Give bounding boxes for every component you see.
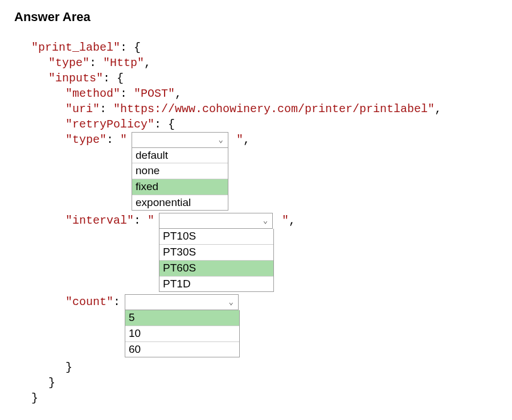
interval-option[interactable]: PT30S bbox=[159, 245, 273, 261]
count-option[interactable]: 60 bbox=[125, 342, 239, 357]
interval-dropdown-options: PT10S PT30S PT60S PT1D bbox=[159, 229, 274, 292]
interval-dropdown[interactable]: ⌄ bbox=[159, 213, 273, 229]
interval-option[interactable]: PT1D bbox=[159, 277, 273, 292]
type-option[interactable]: none bbox=[132, 163, 228, 179]
page-heading: Answer Area bbox=[14, 9, 498, 26]
val-uri: "https://www.cohowinery.com/printer/prin… bbox=[113, 102, 435, 116]
type-dropdown-options: default none fixed exponential bbox=[132, 148, 228, 211]
close-brace: } bbox=[31, 392, 38, 405]
chevron-down-icon: ⌄ bbox=[229, 297, 234, 308]
val-http: "Http" bbox=[103, 56, 144, 69]
chevron-down-icon: ⌄ bbox=[219, 134, 223, 145]
interval-option[interactable]: PT10S bbox=[159, 229, 273, 245]
close-brace: } bbox=[48, 376, 55, 389]
key-uri: "uri" bbox=[65, 102, 100, 116]
key-print-label: "print_label" bbox=[31, 41, 120, 54]
key-interval: "interval" bbox=[65, 214, 134, 227]
val-post: "POST" bbox=[134, 87, 175, 100]
type-option[interactable]: exponential bbox=[132, 195, 228, 211]
key-method: "method" bbox=[65, 87, 120, 100]
key-retry: "retryPolicy" bbox=[65, 118, 154, 131]
key-inputs: "inputs" bbox=[48, 72, 103, 85]
type-option[interactable]: fixed bbox=[132, 179, 228, 195]
key-type2: "type" bbox=[65, 133, 107, 146]
code-area: "print_label": { "type": "Http", "inputs… bbox=[14, 40, 498, 406]
count-dropdown-options: 5 10 60 bbox=[125, 310, 240, 357]
interval-option[interactable]: PT60S bbox=[159, 261, 273, 277]
count-dropdown[interactable]: ⌄ bbox=[125, 294, 239, 310]
chevron-down-icon: ⌄ bbox=[263, 216, 268, 227]
count-option[interactable]: 5 bbox=[125, 310, 239, 326]
close-brace: } bbox=[65, 361, 72, 374]
key-count: "count" bbox=[65, 295, 113, 308]
key-type: "type" bbox=[48, 56, 89, 69]
type-dropdown[interactable]: ⌄ bbox=[132, 132, 228, 148]
count-option[interactable]: 10 bbox=[125, 326, 239, 342]
type-option[interactable]: default bbox=[132, 148, 228, 164]
